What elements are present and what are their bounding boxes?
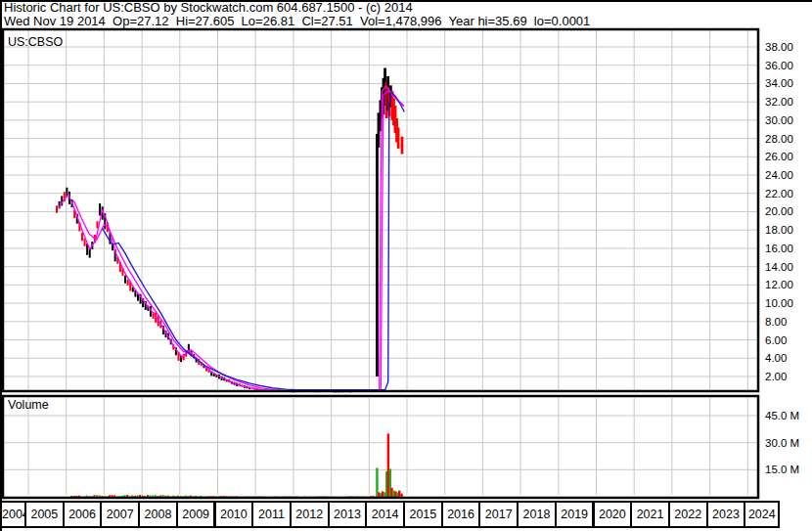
x-axis-year-row: 2004200520062007200820092010201120122013… — [0, 501, 812, 531]
volume-panel-label: Volume — [8, 398, 49, 412]
x-axis-year-label: 2005 — [24, 501, 65, 528]
x-axis-year-label: 2004 — [0, 501, 26, 528]
volume-axis-label: 30.0 M — [765, 436, 799, 450]
x-axis-year-label: 2017 — [478, 501, 519, 528]
symbol-label: US:CBSO — [8, 35, 63, 49]
stockwatch-historic-chart-window: Historic Chart for US:CBSO by Stockwatch… — [0, 0, 812, 531]
x-axis-year-label: 2016 — [441, 501, 481, 528]
x-axis-year-label: 2010 — [214, 501, 254, 528]
x-axis-year-label: 2006 — [63, 501, 103, 528]
volume-axis-label: 45.0 M — [765, 409, 799, 422]
chart-canvas — [0, 0, 812, 531]
x-axis-year-label: 2014 — [365, 501, 405, 528]
x-axis-year-label: 2021 — [630, 501, 670, 528]
x-axis-year-label: 2009 — [176, 501, 216, 528]
volume-axis-label: 15.0 M — [765, 463, 799, 476]
x-axis-year-label: 2019 — [555, 501, 595, 528]
x-axis-year-label: 2020 — [593, 501, 633, 528]
x-axis-year-label: 2011 — [251, 501, 292, 528]
x-axis-year-label: 2007 — [100, 501, 140, 528]
x-axis-year-label: 2015 — [403, 501, 443, 528]
x-axis-year-label: 2024 — [744, 501, 780, 528]
x-axis-year-label: 2008 — [138, 501, 178, 528]
x-axis-year-label: 2013 — [328, 501, 368, 528]
x-axis-year-label: 2022 — [668, 501, 708, 528]
volume-axis: 45.0 M30.0 M15.0 M — [765, 0, 812, 531]
x-axis-year-label: 2018 — [517, 501, 557, 528]
x-axis-year-label: 2023 — [706, 501, 746, 528]
x-axis-year-label: 2012 — [290, 501, 330, 528]
